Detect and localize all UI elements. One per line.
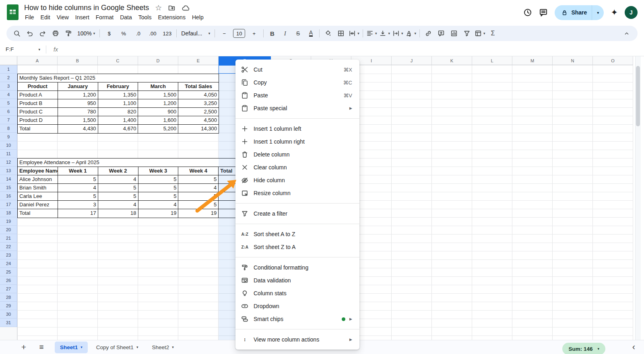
row-header-31[interactable]: 31 [0,319,17,327]
row-header-15[interactable]: 15 [0,183,17,192]
cell[interactable]: Product [18,82,58,91]
row-header-8[interactable]: 8 [0,124,17,133]
cell[interactable]: 1,100 [98,99,138,107]
search-button[interactable] [10,28,23,39]
row-header-10[interactable]: 10 [0,141,17,150]
row-header-14[interactable]: 14 [0,175,17,183]
cell[interactable]: Product C [18,108,58,116]
menu-item-copy[interactable]: Copy⌘C [235,76,359,89]
cell[interactable]: 1,350 [98,91,138,99]
expand-panel-icon[interactable]: ‹ [632,342,635,352]
print-button[interactable] [49,28,62,39]
cell[interactable]: 820 [98,108,138,116]
gemini-sparkle-icon[interactable]: ✦ [611,8,618,17]
text-wrap-button[interactable]: ▾ [391,28,405,39]
cell[interactable]: Week 4 [178,167,219,175]
row-header-16[interactable]: 16 [0,192,17,200]
cell[interactable]: 1,600 [138,116,178,124]
document-title[interactable]: How to hide columns in Google Sheets [24,4,149,12]
cell[interactable]: Brian Smith [18,184,58,192]
menu-item-insert-1-column-right[interactable]: Insert 1 column right [235,135,359,148]
format-percent-button[interactable]: % [116,28,131,39]
cell[interactable]: 1,500 [58,116,98,124]
row-header-30[interactable]: 30 [0,310,17,319]
cell[interactable]: 4,500 [178,116,219,124]
menu-item-view-more-column-actions[interactable]: ⋮View more column actions▶ [235,333,359,346]
row-header-20[interactable]: 20 [0,226,17,234]
more-formats-button[interactable]: 123 [160,28,174,39]
column-header-C[interactable]: C [98,56,138,65]
row-header-26[interactable]: 26 [0,276,17,285]
borders-button[interactable] [334,28,347,39]
cell[interactable]: 5 [178,175,219,183]
cell[interactable]: 4,430 [58,125,98,133]
star-icon[interactable]: ☆ [155,4,162,12]
menu-item-create-a-filter[interactable]: Create a filter [235,207,359,220]
insert-link-button[interactable] [422,28,435,39]
share-button[interactable]: Share ▾ [555,5,604,20]
all-sheets-button[interactable]: ≡ [37,343,46,352]
column-header-E[interactable]: E [178,56,219,65]
menu-item-paste[interactable]: Paste⌘V [235,89,359,102]
decrease-decimal-button[interactable]: .0 [131,28,145,39]
cell[interactable]: 4 [98,201,138,209]
row-header-17[interactable]: 17 [0,200,17,209]
row-header-3[interactable]: 3 [0,82,17,91]
cell[interactable]: 5,200 [138,125,178,133]
column-header-A[interactable]: A [17,56,58,65]
comments-icon[interactable] [539,8,548,17]
sum-badge[interactable]: Sum: 146 ▾ [562,343,605,354]
menu-item-sort-sheet-z-to-a[interactable]: Z↕ASort sheet Z to A [235,241,359,253]
cell[interactable]: Total [18,209,58,218]
row-header-27[interactable]: 27 [0,285,17,293]
cell[interactable]: Employee Name [18,167,58,175]
cell[interactable]: 5 [58,175,98,183]
cell[interactable]: 3 [58,201,98,209]
row-header-6[interactable]: 6 [0,107,17,116]
collapse-toolbar-button[interactable] [620,28,634,39]
horizontal-align-button[interactable]: ▾ [365,28,378,39]
menu-item-resize-column[interactable]: Resize column [235,187,359,200]
font-selector[interactable]: Defaul...▾ [179,30,213,37]
cell[interactable]: 18 [98,209,138,218]
cell[interactable]: 4 [58,184,98,192]
menu-item-smart-chips[interactable]: Smart chips▶ [235,313,359,325]
vertical-align-button[interactable]: ▾ [378,28,391,39]
format-currency-button[interactable]: $ [102,28,116,39]
cell[interactable]: 5 [138,184,179,192]
text-rotation-button[interactable]: ▾ [404,28,417,39]
bold-button[interactable]: B [266,28,279,39]
cell[interactable]: 4 [178,184,219,192]
row-header-25[interactable]: 25 [0,268,17,276]
menu-item-hide-column[interactable]: Hide column [235,174,359,187]
column-header-L[interactable]: L [472,56,512,65]
row-header-4[interactable]: 4 [0,91,17,99]
cell[interactable]: 1,200 [58,91,98,99]
cell[interactable]: 5 [138,175,179,183]
cell[interactable]: 5 [138,192,179,200]
paint-format-button[interactable] [62,28,75,39]
name-box[interactable]: F:F ▾ [0,46,40,52]
menu-item-clear-column[interactable]: Clear column [235,161,359,174]
cell[interactable]: 5 [178,192,219,200]
menu-item-insert-1-column-left[interactable]: Insert 1 column left [235,122,359,135]
cell[interactable]: 5 [98,192,138,200]
menu-format[interactable]: Format [93,13,117,21]
cell[interactable]: 19 [178,209,219,218]
text-color-button[interactable]: A [304,28,317,39]
cell[interactable]: 900 [138,108,178,116]
menu-data[interactable]: Data [117,13,135,21]
cell[interactable]: 4,670 [98,125,138,133]
redo-button[interactable] [36,28,49,39]
row-header-21[interactable]: 21 [0,234,17,243]
row-header-18[interactable]: 18 [0,209,17,217]
row-header-24[interactable]: 24 [0,259,17,268]
menu-item-paste-special[interactable]: Paste special▶ [235,102,359,115]
cell[interactable]: 5 [178,201,219,209]
functions-button[interactable]: Σ [487,28,500,39]
version-history-icon[interactable] [523,8,532,17]
cell[interactable]: Product D [18,116,58,124]
cell[interactable]: Week 1 [58,167,98,175]
cell[interactable]: Total Sales [178,82,219,91]
table-title[interactable]: Monthly Sales Report – Q1 2025 [17,74,219,82]
